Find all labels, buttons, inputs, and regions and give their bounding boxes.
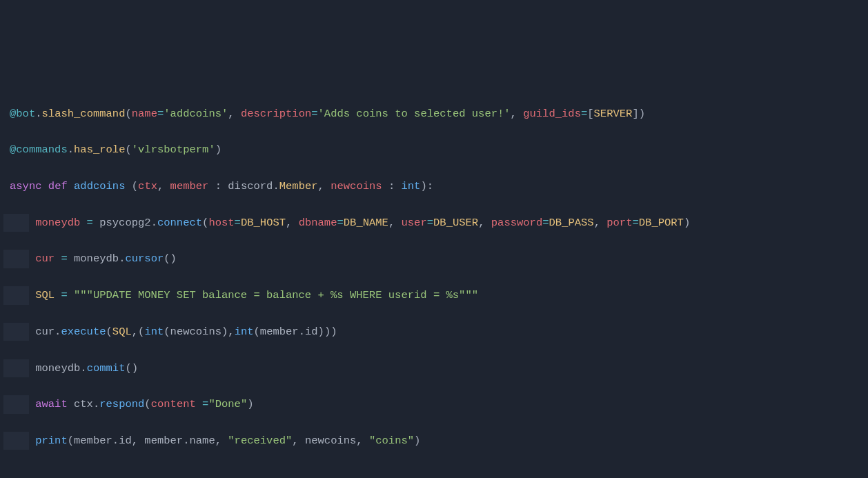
code-line: await ctx.respond(content ="Done") bbox=[10, 395, 858, 413]
module: discord bbox=[228, 180, 273, 192]
indent-guide bbox=[3, 214, 29, 232]
constant: DB_NAME bbox=[344, 217, 388, 229]
paren: ( bbox=[164, 326, 170, 338]
method: commit bbox=[87, 362, 126, 375]
paren: ) bbox=[215, 143, 221, 156]
param: ctx bbox=[138, 180, 157, 192]
dot: . bbox=[112, 435, 119, 447]
paren: ( bbox=[68, 435, 74, 447]
indent-guide bbox=[3, 432, 29, 450]
eq: = bbox=[542, 217, 549, 229]
dot: . bbox=[93, 398, 99, 410]
dot: . bbox=[273, 180, 279, 192]
decorator-object: @bot bbox=[10, 108, 35, 120]
comma: , bbox=[356, 435, 369, 447]
param: newcoins bbox=[331, 180, 382, 192]
comma: , bbox=[511, 108, 524, 120]
space bbox=[68, 398, 74, 410]
comma: , bbox=[132, 326, 138, 338]
bracket: [ bbox=[587, 108, 593, 120]
func-name: addcoins bbox=[74, 180, 125, 192]
dot: . bbox=[55, 326, 61, 338]
paren: () bbox=[164, 252, 177, 265]
type: Member bbox=[279, 180, 318, 192]
var: member bbox=[260, 326, 299, 338]
paren: ) bbox=[324, 326, 331, 338]
method: cursor bbox=[125, 252, 164, 265]
var: moneydb bbox=[35, 362, 80, 375]
string: "Done" bbox=[208, 398, 247, 410]
var: SQL bbox=[112, 326, 132, 338]
kwarg: host bbox=[208, 217, 234, 229]
indent-guide bbox=[3, 323, 29, 341]
kwarg: name bbox=[132, 108, 157, 120]
comma: , bbox=[594, 217, 607, 229]
code-line: async def addcoins (ctx, member : discor… bbox=[10, 177, 858, 195]
paren: ( bbox=[125, 143, 131, 156]
type: int bbox=[402, 180, 421, 192]
var: cur bbox=[35, 326, 55, 338]
eq: = bbox=[581, 108, 587, 120]
paren: ) bbox=[221, 326, 228, 338]
builtin: print bbox=[35, 435, 68, 447]
attr: name bbox=[189, 435, 215, 447]
dot: . bbox=[35, 108, 41, 120]
var: moneydb bbox=[74, 252, 119, 265]
comma: , bbox=[292, 435, 305, 447]
var: newcoins bbox=[170, 326, 221, 338]
code-line: print(member.id, member.name, "received"… bbox=[10, 432, 858, 450]
eq: = bbox=[311, 108, 317, 120]
attr: id bbox=[119, 435, 132, 447]
paren: ) bbox=[331, 326, 337, 338]
code-line: cur.execute(SQL,(int(newcoins),int(membe… bbox=[10, 323, 858, 341]
decorator-func: has_role bbox=[74, 143, 125, 156]
kwarg: port bbox=[606, 217, 632, 229]
keyword: async bbox=[10, 180, 42, 192]
code-line: @commands.has_role('vlrsbotperm') bbox=[10, 141, 858, 159]
paren: ( bbox=[254, 326, 260, 338]
keyword: def bbox=[48, 180, 68, 192]
kwarg: user bbox=[402, 217, 427, 229]
var: member bbox=[74, 435, 112, 447]
kwarg: guild_ids bbox=[523, 108, 581, 120]
comma: , bbox=[157, 180, 170, 192]
code-line: @bot.slash_command(name='addcoins', desc… bbox=[10, 105, 858, 123]
paren: ( bbox=[106, 326, 112, 338]
comma: , bbox=[228, 326, 234, 338]
string: "received" bbox=[228, 435, 292, 447]
keyword: await bbox=[35, 398, 68, 410]
constant: DB_PORT bbox=[639, 217, 684, 229]
eq: = bbox=[235, 217, 241, 229]
comma: , bbox=[286, 217, 299, 229]
paren: ) bbox=[684, 217, 690, 229]
code-editor[interactable]: @bot.slash_command(name='addcoins', desc… bbox=[10, 86, 858, 478]
var: cur bbox=[35, 252, 55, 265]
paren: ( bbox=[138, 326, 144, 338]
constant: DB_PASS bbox=[549, 217, 594, 229]
module: psycopg2 bbox=[99, 217, 150, 229]
comma: , bbox=[478, 217, 491, 229]
dot: . bbox=[80, 362, 86, 375]
kwarg: description bbox=[241, 108, 311, 120]
var: moneydb bbox=[35, 217, 80, 229]
param: member bbox=[170, 180, 209, 192]
string: """UPDATE MONEY SET balance = balance + … bbox=[74, 289, 478, 301]
comma: , bbox=[228, 108, 241, 120]
eq: = bbox=[427, 217, 433, 229]
paren: ( bbox=[202, 217, 208, 229]
colon: : bbox=[208, 180, 228, 192]
indent-guide bbox=[3, 359, 29, 377]
string: 'Adds coins to selected user!' bbox=[318, 108, 511, 120]
comma: , bbox=[132, 435, 145, 447]
string: 'addcoins' bbox=[164, 108, 228, 120]
constant: SERVER bbox=[594, 108, 633, 120]
eq: = bbox=[157, 108, 164, 120]
var: ctx bbox=[74, 398, 93, 410]
builtin: int bbox=[144, 326, 164, 338]
eq: = bbox=[196, 398, 209, 410]
paren: ( bbox=[125, 108, 131, 120]
string: "coins" bbox=[369, 435, 414, 447]
paren: ): bbox=[420, 180, 433, 192]
kwarg: password bbox=[491, 217, 542, 229]
kwarg: content bbox=[151, 398, 196, 410]
